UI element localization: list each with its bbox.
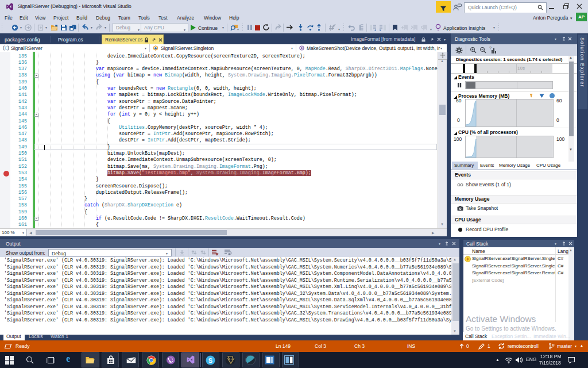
svg-text:?: ? xyxy=(489,46,492,50)
svg-text:C: C xyxy=(5,46,7,50)
svg-text:S: S xyxy=(208,357,212,364)
